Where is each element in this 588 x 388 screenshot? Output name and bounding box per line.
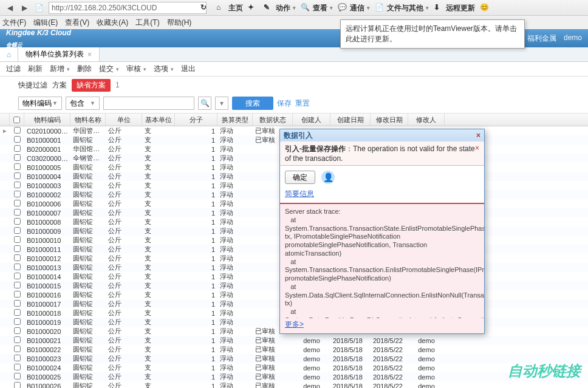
- save-link[interactable]: 保存: [277, 98, 292, 109]
- assistant-icon[interactable]: 👤: [321, 171, 335, 184]
- column-header[interactable]: 创建人: [293, 114, 330, 126]
- url-bar[interactable]: http://192.168.20.250/K3CLOUD: [49, 2, 207, 14]
- toolbar-item[interactable]: 📄文件与其他: [375, 3, 429, 13]
- toolbar-item[interactable]: ⬇远程更新: [434, 3, 475, 13]
- menu-item[interactable]: 编辑(E): [33, 18, 58, 28]
- back-icon[interactable]: ◀: [4, 2, 16, 14]
- toolbar-icon: 😊: [480, 3, 491, 13]
- menu-item[interactable]: 收藏夹(A): [97, 18, 128, 28]
- table-row[interactable]: B01000023圆铝锭公斤支1浮动已审核demo2018/5/182018/5…: [0, 354, 588, 363]
- more-link[interactable]: 更多>: [280, 318, 484, 333]
- action-过滤[interactable]: 过滤: [6, 64, 21, 74]
- toolbar-item[interactable]: ✦: [248, 3, 259, 13]
- row-checkbox[interactable]: [14, 172, 21, 179]
- search-icon[interactable]: 🔍: [198, 97, 211, 110]
- close-icon[interactable]: ×: [475, 144, 479, 163]
- row-checkbox[interactable]: [14, 373, 21, 379]
- row-checkbox[interactable]: [14, 200, 21, 206]
- row-checkbox[interactable]: [14, 236, 21, 243]
- home-tab[interactable]: ⌂: [0, 47, 18, 61]
- reset-link[interactable]: 重置: [295, 98, 310, 109]
- page-icon: 📄: [33, 2, 45, 14]
- row-checkbox[interactable]: [14, 127, 21, 134]
- row-checkbox[interactable]: [14, 245, 21, 252]
- expand-icon[interactable]: ▸: [0, 127, 10, 135]
- column-header[interactable]: 数据状态: [253, 114, 293, 126]
- action-删除[interactable]: 删除: [77, 64, 92, 74]
- row-checkbox[interactable]: [14, 282, 21, 288]
- column-header[interactable]: 修改人: [408, 114, 445, 126]
- column-header[interactable]: 换算类型: [217, 114, 253, 126]
- tab-material-unit[interactable]: 物料单位换算列表 ×: [18, 47, 100, 61]
- column-header[interactable]: 修改日期: [371, 114, 408, 126]
- action-审核[interactable]: 审核: [126, 64, 146, 74]
- close-icon[interactable]: ×: [87, 50, 92, 59]
- search-button[interactable]: 搜索: [232, 97, 273, 110]
- row-checkbox[interactable]: [14, 264, 21, 270]
- menu-item[interactable]: 查看(V): [65, 18, 89, 28]
- header-link[interactable]: 福利金属: [527, 33, 556, 44]
- row-checkbox[interactable]: [14, 145, 21, 152]
- teamviewer-update-popup[interactable]: 远程计算机正在使用过时的TeamViewer版本。请单击此处进行更新。: [340, 19, 525, 49]
- row-checkbox[interactable]: [14, 364, 21, 370]
- row-checkbox[interactable]: [14, 182, 21, 188]
- column-header[interactable]: 物料编码: [24, 114, 70, 126]
- row-checkbox[interactable]: [14, 309, 21, 316]
- toolbar-item[interactable]: 💬通信: [338, 3, 370, 13]
- row-checkbox[interactable]: [14, 382, 21, 388]
- brief-info-link[interactable]: 简要信息: [280, 189, 484, 203]
- row-checkbox[interactable]: [14, 163, 21, 170]
- row-checkbox[interactable]: [14, 291, 21, 298]
- column-header[interactable]: 创建日期: [330, 114, 371, 126]
- table-row[interactable]: B01000022圆铝锭公斤支1浮动已审核demo2018/5/182018/5…: [0, 345, 588, 354]
- row-checkbox[interactable]: [14, 191, 21, 197]
- table-row[interactable]: B01000026圆铝锭公斤支1浮动已审核demo2018/5/182018/5…: [0, 381, 588, 388]
- row-checkbox[interactable]: [14, 345, 21, 352]
- column-header[interactable]: 分子: [175, 114, 217, 126]
- column-header[interactable]: 单位: [106, 114, 142, 126]
- row-checkbox[interactable]: [14, 227, 21, 234]
- menu-item[interactable]: 工具(T): [135, 18, 159, 28]
- column-header[interactable]: 基本单位: [142, 114, 175, 126]
- row-checkbox[interactable]: [14, 254, 21, 261]
- table-row[interactable]: B01000021圆铝锭公斤支1浮动已审核demo2018/5/182018/5…: [0, 336, 588, 345]
- menu-item[interactable]: 帮助(H): [167, 18, 192, 28]
- action-提交[interactable]: 提交: [99, 64, 119, 74]
- row-checkbox[interactable]: [14, 300, 21, 307]
- toolbar-item[interactable]: 🔍查看: [301, 3, 333, 13]
- quick-filter-label[interactable]: 快捷过滤: [18, 80, 47, 90]
- menu-item[interactable]: 文件(F): [2, 18, 26, 28]
- header-link[interactable]: demo: [564, 33, 582, 44]
- field-select[interactable]: 物料编码▼: [18, 97, 62, 110]
- toolbar-item[interactable]: 😊: [480, 3, 491, 13]
- row-checkbox[interactable]: [14, 273, 21, 279]
- column-header[interactable]: [10, 114, 24, 126]
- action-刷新[interactable]: 刷新: [28, 64, 43, 74]
- default-scheme-tag[interactable]: 缺省方案: [72, 79, 111, 92]
- toolbar-item[interactable]: ✎动作: [264, 3, 296, 13]
- ok-button[interactable]: 确定: [285, 171, 315, 184]
- search-input[interactable]: [103, 97, 194, 110]
- column-header[interactable]: 物料名称: [70, 114, 106, 126]
- action-新增[interactable]: 新增: [50, 64, 70, 74]
- toolbar-item[interactable]: ↻: [200, 3, 211, 13]
- dropdown-icon[interactable]: ▾: [215, 97, 228, 110]
- row-checkbox[interactable]: [14, 209, 21, 216]
- forward-icon[interactable]: ▶: [18, 2, 30, 14]
- row-checkbox[interactable]: [14, 355, 21, 361]
- close-icon[interactable]: ×: [476, 131, 480, 140]
- row-checkbox[interactable]: [14, 336, 21, 343]
- select-all-checkbox[interactable]: [13, 117, 20, 123]
- row-checkbox[interactable]: [14, 154, 21, 161]
- row-checkbox[interactable]: [14, 318, 21, 325]
- table-row[interactable]: B01000024圆铝锭公斤支1浮动已审核demo2018/5/182018/5…: [0, 363, 588, 372]
- row-checkbox[interactable]: [14, 218, 21, 225]
- action-退出[interactable]: 退出: [181, 64, 196, 74]
- toolbar-item[interactable]: ⌂主页: [216, 3, 243, 13]
- operator-select[interactable]: 包含▼: [66, 97, 100, 110]
- action-选项[interactable]: 选项: [154, 64, 174, 74]
- table-row[interactable]: B01000025圆铝锭公斤支1浮动已审核demo2018/5/182018/5…: [0, 372, 588, 381]
- row-checkbox[interactable]: [14, 136, 21, 143]
- row-checkbox[interactable]: [14, 327, 21, 334]
- column-header[interactable]: [0, 114, 10, 126]
